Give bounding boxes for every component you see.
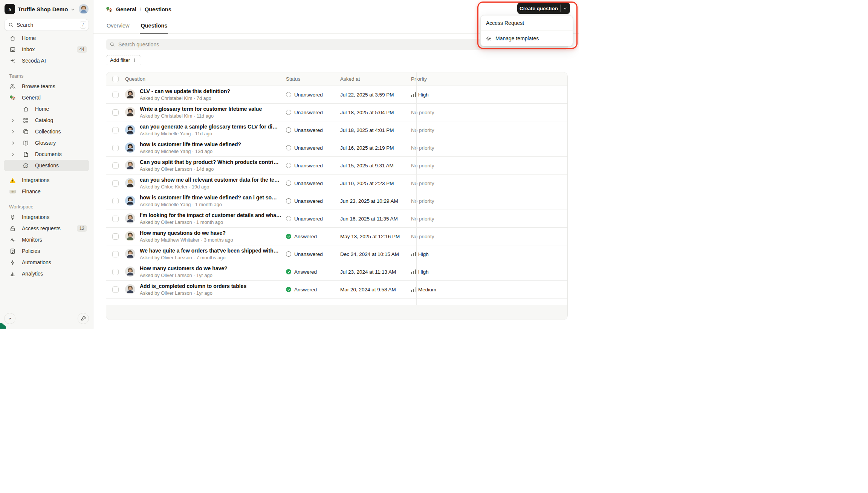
table-row[interactable]: how is customer life time value defined?…: [106, 192, 567, 210]
menu-item-manage-templates[interactable]: Manage templates: [481, 31, 573, 46]
asked-at-value: Jun 23, 2025 at 10:29 AM: [340, 198, 411, 204]
priority-label: No priority: [411, 145, 434, 151]
question-title[interactable]: Can you split that by product? Which pro…: [140, 159, 281, 165]
table-row[interactable]: How many customers do we have? Asked by …: [106, 263, 567, 281]
add-filter-button[interactable]: Add filter: [106, 55, 141, 65]
column-header-question[interactable]: Question: [125, 76, 281, 82]
question-title[interactable]: We have quite a few orders that've been …: [140, 248, 281, 254]
table-row[interactable]: can you show me all relevant customer da…: [106, 175, 567, 192]
sidebar-item[interactable]: Analytics: [4, 268, 89, 279]
breadcrumb-team[interactable]: General: [116, 6, 136, 12]
workspace-switcher[interactable]: Truffle Shop Demo: [0, 0, 93, 17]
create-question-button[interactable]: Create question: [517, 3, 570, 14]
sidebar-nav-teams: Browse teams General Home Catalog: [0, 81, 93, 197]
question-title[interactable]: I'm looking for the impact of customer d…: [140, 212, 281, 219]
sidebar-item[interactable]: Monitors: [4, 234, 89, 245]
row-checkbox[interactable]: [112, 127, 119, 133]
chevron-down-icon: [70, 7, 75, 12]
sidebar-item-label: Automations: [22, 259, 51, 265]
row-checkbox[interactable]: [112, 216, 119, 222]
sidebar-item[interactable]: Catalog: [4, 115, 89, 126]
sidebar-item[interactable]: Integrations: [4, 211, 89, 223]
row-checkbox[interactable]: [112, 92, 119, 98]
sidebar-item[interactable]: Home: [4, 32, 89, 44]
question-title[interactable]: can you generate a sample glossary terms…: [140, 124, 281, 130]
table-row[interactable]: CLV - can we update this definition? Ask…: [106, 86, 567, 104]
help-button[interactable]: [4, 313, 15, 324]
question-meta: Asked by Oliver Larsson · 7 months ago: [140, 255, 281, 260]
question-title[interactable]: how is customer life time value defined?: [140, 141, 241, 148]
table-row[interactable]: How many questions do we have? Asked by …: [106, 228, 567, 245]
admin-tools-button[interactable]: [78, 313, 89, 324]
sidebar-item[interactable]: Home: [4, 103, 89, 115]
sidebar-item[interactable]: Integrations: [4, 175, 89, 186]
sidebar-item-icon: [9, 83, 16, 90]
sidebar-item[interactable]: General: [4, 92, 89, 103]
sidebar-item[interactable]: Secoda AI: [4, 55, 89, 66]
question-meta: Asked by Christabel Kim · 11d ago: [140, 113, 262, 119]
column-header-asked-at[interactable]: Asked at: [340, 76, 411, 82]
sidebar-item[interactable]: Access requests 12: [4, 223, 89, 234]
table-row[interactable]: We have quite a few orders that've been …: [106, 245, 567, 263]
status-label: Answered: [294, 269, 317, 275]
chevron-right-icon[interactable]: [11, 141, 15, 145]
breadcrumb-page[interactable]: Questions: [145, 6, 171, 12]
question-title[interactable]: Add is_completed column to orders tables: [140, 283, 246, 289]
row-checkbox[interactable]: [112, 198, 119, 204]
status-label: Unanswered: [294, 127, 323, 133]
chevron-right-icon[interactable]: [11, 118, 15, 123]
sidebar-item[interactable]: Finance: [4, 186, 89, 197]
status-icon: [286, 127, 291, 133]
sidebar-item[interactable]: Glossary: [4, 137, 89, 149]
global-search-input[interactable]: Search /: [5, 19, 89, 31]
table-row[interactable]: can you generate a sample glossary terms…: [106, 121, 567, 139]
sidebar-item[interactable]: Inbox 44: [4, 44, 89, 55]
row-checkbox[interactable]: [112, 180, 119, 187]
search-icon: [8, 22, 14, 28]
column-header-status[interactable]: Status: [281, 76, 340, 82]
asked-at-value: Jul 15, 2025 at 9:31 AM: [340, 163, 411, 168]
sidebar-item[interactable]: Automations: [4, 257, 89, 268]
column-header-priority[interactable]: Priority: [411, 76, 567, 82]
sidebar-item[interactable]: Questions: [4, 160, 89, 171]
question-title[interactable]: How many customers do we have?: [140, 265, 228, 272]
chevron-down-icon[interactable]: [561, 3, 570, 14]
question-title[interactable]: CLV - can we update this definition?: [140, 88, 230, 95]
question-title[interactable]: how is customer life time value defined?…: [140, 194, 281, 201]
table-row[interactable]: I'm looking for the impact of customer d…: [106, 210, 567, 228]
menu-item-access-request[interactable]: Access Request: [481, 15, 573, 31]
plus-icon: [132, 58, 137, 63]
sidebar-item[interactable]: Policies: [4, 245, 89, 257]
question-title[interactable]: Write a glossary term for customer lifet…: [140, 106, 262, 112]
chevron-right-icon[interactable]: [11, 129, 15, 134]
row-checkbox[interactable]: [112, 251, 119, 257]
question-title[interactable]: can you show me all relevant customer da…: [140, 177, 281, 183]
sidebar-footer: [0, 308, 93, 329]
row-checkbox[interactable]: [112, 162, 119, 169]
row-checkbox[interactable]: [112, 145, 119, 151]
question-meta: Asked by Oliver Larsson · 1 month ago: [140, 219, 281, 225]
user-avatar[interactable]: [79, 4, 89, 14]
status-icon: [286, 181, 291, 186]
table-row[interactable]: Add is_completed column to orders tables…: [106, 281, 567, 299]
question-title[interactable]: How many questions do we have?: [140, 230, 233, 236]
sidebar-item-icon: [9, 214, 16, 220]
sidebar-item[interactable]: Browse teams: [4, 81, 89, 92]
sidebar-item[interactable]: Documents: [4, 149, 89, 160]
tab-overview[interactable]: Overview: [106, 19, 130, 33]
row-checkbox[interactable]: [112, 269, 119, 275]
row-checkbox[interactable]: [112, 286, 119, 293]
sidebar-item[interactable]: Collections: [4, 126, 89, 137]
row-checkbox[interactable]: [112, 109, 119, 116]
table-row[interactable]: Write a glossary term for customer lifet…: [106, 104, 567, 121]
table-row[interactable]: how is customer life time value defined?…: [106, 139, 567, 157]
asked-at-value: Jun 16, 2025 at 11:35 AM: [340, 216, 411, 222]
row-checkbox[interactable]: [112, 233, 119, 240]
tab-questions[interactable]: Questions: [140, 19, 168, 33]
chevron-right-icon[interactable]: [11, 152, 15, 157]
sidebar-item-icon: [9, 58, 16, 64]
priority-bars-icon: [411, 269, 416, 274]
select-all-checkbox[interactable]: [112, 76, 119, 82]
priority-cell: High: [411, 269, 567, 275]
table-row[interactable]: Can you split that by product? Which pro…: [106, 157, 567, 175]
